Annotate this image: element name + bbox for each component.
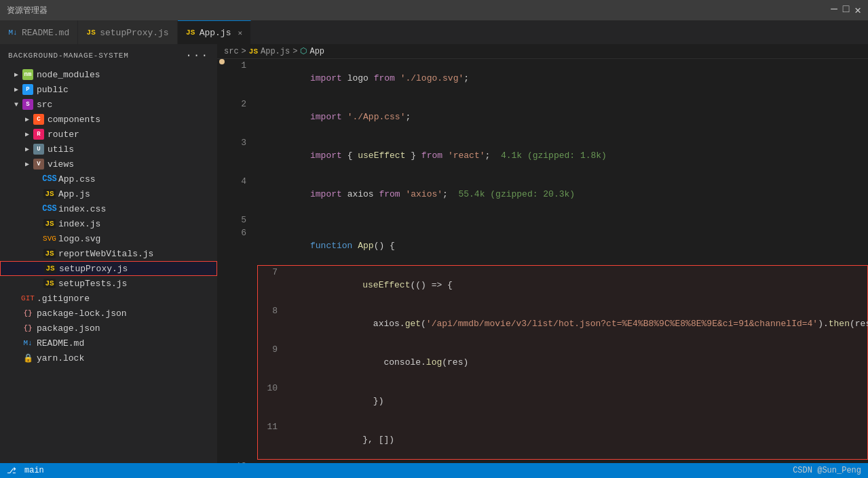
sidebar-more-button[interactable]: ··· [185,49,209,62]
sidebar-item-node_modules[interactable]: ▶ nm node_modules [0,67,217,82]
folder-icon-utils: U [33,144,45,155]
sidebar-label-public: public [37,85,217,95]
close-icon[interactable]: ✕ [854,3,861,17]
tabs-bar: M↓ README.md JS setupProxy.js JS App.js … [0,20,868,44]
js-icon-setupproxy: JS [86,28,96,37]
md-icon-readme: M↓ [22,339,34,347]
sidebar-item-setupproxy[interactable]: JS setupProxy.js [0,261,217,276]
sidebar-item-indexcss[interactable]: CSS index.css [0,201,217,216]
sidebar-item-views[interactable]: ▶ V views [0,157,217,172]
line-num-1: 1 [227,59,257,72]
sidebar-item-appcss[interactable]: CSS App.css [0,172,217,186]
sidebar-item-public[interactable]: ▶ P public [0,82,217,97]
tab-close-button[interactable]: ✕ [238,28,242,37]
sidebar-item-router[interactable]: ▶ R router [0,127,217,142]
sidebar-label-setupproxy: setupProxy.js [59,264,216,274]
status-bar: ⎇ main CSDN @Sun_Peng [0,463,868,478]
tab-appjs[interactable]: JS App.js ✕ [178,20,251,44]
js-icon-sidebar-setuptests: JS [43,279,56,288]
js-icon-sidebar-appjs: JS [43,189,56,199]
line-content-7: useEffect(() => { [288,266,867,304]
breadcrumb-app: App [309,47,324,56]
line-content-9: console.log(res) [288,343,867,382]
sidebar-item-yarnlock[interactable]: 🔒 yarn.lock [0,351,217,365]
line-content-11: }, []) [288,420,867,459]
sidebar-label-utils: utils [48,144,217,155]
sidebar-header: BACKGROUND-MANAGE-SYSTEM ··· [0,44,217,67]
folder-icon-router: R [33,129,45,140]
code-line-6: 6 function App() { [217,226,868,265]
sidebar-item-indexjs[interactable]: JS index.js [0,216,217,231]
css-icon-appcss: CSS [43,174,56,184]
minimize-icon[interactable]: ─ [831,3,837,17]
sidebar-item-components[interactable]: ▶ C components [0,112,217,127]
sidebar-item-setuptests[interactable]: JS setupTests.js [0,276,217,291]
sidebar-item-gitignore[interactable]: GIT .gitignore [0,291,217,306]
sidebar: BACKGROUND-MANAGE-SYSTEM ··· ▶ nm node_m… [0,44,217,463]
line-content-4: import axios from 'axios'; 55.4k (gzippe… [257,175,868,214]
line-num-3: 3 [227,136,257,149]
maximize-icon[interactable]: □ [843,3,850,17]
code-line-4: 4 import axios from 'axios'; 55.4k (gzip… [217,175,868,214]
sidebar-label-src: src [37,100,217,110]
tab-readme[interactable]: M↓ README.md [0,20,78,44]
folder-icon-src: S [22,99,34,110]
sidebar-label-packagejson: package.json [37,323,217,334]
breadcrumb: src > JS App.js > ⬡ App [217,44,868,59]
sidebar-item-readme[interactable]: M↓ README.md [0,336,217,351]
sidebar-tree[interactable]: ▶ nm node_modules ▶ P public ▼ [0,67,217,463]
line-content-6: function App() { [257,226,868,265]
tab-setupproxy[interactable]: JS setupProxy.js [78,20,177,44]
json-icon-packagelock: {} [22,309,34,317]
sidebar-label-appcss: App.css [58,174,217,184]
code-line-11: 11 }, []) [258,420,867,459]
sidebar-label-reportwebvitals: reportWebVitals.js [58,249,217,259]
line-content-3: import { useEffect } from 'react'; 4.1k … [257,136,868,175]
code-line-9: 9 console.log(res) [258,343,867,382]
js-icon-sidebar-reportwebvitals: JS [43,249,56,258]
sidebar-item-appjs[interactable]: JS App.js [0,186,217,201]
sidebar-item-src[interactable]: ▼ S src [0,97,217,112]
sidebar-item-packagelockjson[interactable]: {} package-lock.json [0,306,217,321]
editor-area: src > JS App.js > ⬡ App 1 import logo fr… [217,44,868,463]
line-num-10: 10 [258,382,288,395]
sidebar-label-gitignore: .gitignore [37,294,217,304]
tab-setupproxy-label: setupProxy.js [100,28,168,38]
js-icon-sidebar-indexjs: JS [43,219,56,228]
code-line-1: 1 import logo from './logo.svg'; [217,59,868,98]
sidebar-item-utils[interactable]: ▶ U utils [0,142,217,157]
sidebar-label-indexjs: index.js [58,219,217,229]
code-line-7: 7 useEffect(() => { [258,266,867,304]
md-icon: M↓ [8,28,18,37]
title-bar: 资源管理器 ─ □ ✕ [0,0,868,20]
folder-icon-views: V [33,159,45,170]
tab-readme-label: README.md [22,28,69,38]
sidebar-label-yarnlock: yarn.lock [37,353,217,363]
breadcrumb-hexagon-icon: ⬡ [300,46,307,56]
line-num-8: 8 [258,304,288,317]
breadcrumb-js: JS [249,47,258,56]
sidebar-item-reportwebvitals[interactable]: JS reportWebVitals.js [0,246,217,261]
code-line-3: 3 import { useEffect } from 'react'; 4.1… [217,136,868,175]
sidebar-item-logosvg[interactable]: SVG logo.svg [0,231,217,246]
line-num-4: 4 [227,175,257,188]
code-line-5: 5 [217,214,868,226]
sidebar-item-packagejson[interactable]: {} package.json [0,321,217,336]
code-line-2: 2 import './App.css'; [217,98,868,136]
folder-icon-public: P [22,84,34,95]
arrow-icon-utils: ▶ [22,145,33,153]
arrow-icon-views: ▶ [22,160,33,168]
js-icon-appjs: JS [186,28,195,37]
main-area: BACKGROUND-MANAGE-SYSTEM ··· ▶ nm node_m… [0,44,868,463]
line-content-2: import './App.css'; [257,98,868,136]
js-icon-sidebar-setupproxy: JS [44,264,56,273]
line-num-11: 11 [258,420,288,433]
status-right: CSDN @Sun_Peng [793,466,861,475]
folder-icon-node_modules: nm [22,69,34,80]
sidebar-label-logosvg: logo.svg [58,234,217,244]
css-icon-indexcss: CSS [43,204,56,214]
code-line-10: 10 }) [258,382,867,420]
arrow-icon-public: ▶ [11,85,22,94]
json-icon-package: {} [22,324,34,332]
code-editor[interactable]: 1 import logo from './logo.svg'; 2 impor… [217,59,868,463]
